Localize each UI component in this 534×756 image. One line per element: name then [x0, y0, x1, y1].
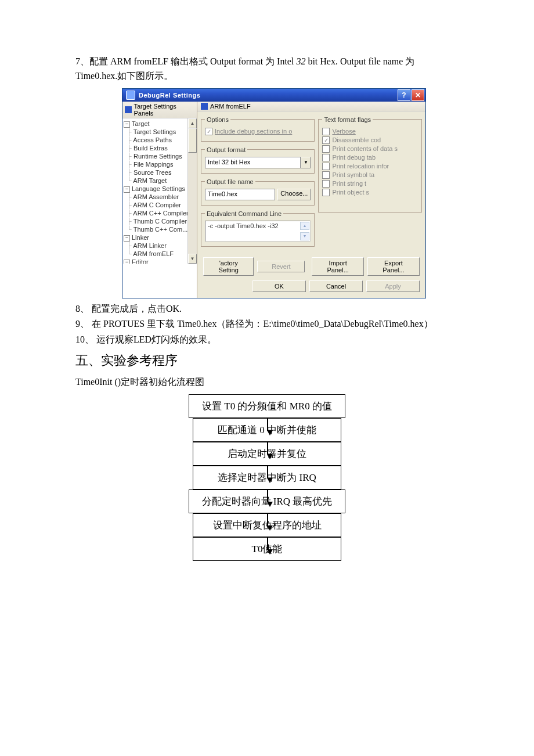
print-symbol-label: Print symbol ta — [332, 171, 374, 178]
checkbox-icon — [322, 154, 330, 161]
cancel-button[interactable]: Cancel — [309, 280, 363, 292]
panel-icon — [125, 106, 132, 113]
ok-button[interactable]: OK — [252, 280, 306, 292]
window-title: DebugRel Settings — [139, 92, 396, 99]
factory-settings-button[interactable]: 'actory Setting — [203, 257, 254, 276]
panels-header: Target Settings Panels — [122, 102, 197, 118]
tree-editor[interactable]: Editor — [132, 258, 149, 264]
tree-lang-settings[interactable]: Language Settings — [132, 185, 185, 192]
tree-arm-fromelf[interactable]: ARM fromELF — [133, 250, 174, 257]
options-legend: Options — [205, 116, 230, 123]
text: 7、配置 ARM fromELF 输出格式 Output format 为 In… — [75, 56, 296, 66]
verbose-label: Verbose — [332, 128, 355, 135]
equivalent-command-line-group: Equivalent Command Line -c -output Time0… — [201, 210, 315, 247]
options-group: Options ✓ Include debug sections in o — [201, 116, 315, 142]
disassemble-checkbox[interactable]: ✓Disassemble cod — [322, 136, 418, 144]
output-file-name-input[interactable]: Time0.hex — [205, 189, 275, 200]
scroll-down-button[interactable]: ▼ — [188, 254, 197, 264]
print-debug-checkbox[interactable]: Print debug tab — [322, 154, 418, 161]
print-object-label: Print object s — [332, 189, 369, 196]
tree-arm-target[interactable]: ARM Target — [133, 177, 167, 184]
equivalent-command-line-text[interactable]: -c -output Time0.hex -i32 ▴ ▾ — [205, 221, 311, 242]
settings-tree[interactable]: −Target ├ Target Settings ├ Access Paths… — [122, 118, 197, 264]
checkbox-icon — [322, 171, 330, 179]
section-5-heading: 五、实验参考程序 — [75, 352, 459, 369]
right-panel-title: ARM fromELF — [210, 103, 251, 110]
panels-header-label: Target Settings Panels — [134, 103, 195, 117]
tree-thumb-c-compiler[interactable]: Thumb C Compiler — [134, 218, 187, 225]
tree-linker[interactable]: Linker — [132, 234, 149, 241]
tree-arm-assembler[interactable]: ARM Assembler — [133, 193, 179, 200]
help-icon: ? — [402, 91, 406, 99]
checkbox-icon — [322, 180, 330, 188]
tree-arm-cpp-compiler[interactable]: ARM C++ Compiler — [133, 210, 188, 217]
apply-button[interactable]: Apply — [366, 280, 420, 292]
tree-scrollbar[interactable]: ▲ ▼ — [187, 118, 197, 264]
output-format-legend: Output format — [205, 146, 247, 153]
revert-button[interactable]: Revert — [257, 261, 305, 272]
choose-button[interactable]: Choose... — [277, 189, 311, 200]
right-panel-header: ARM fromELF — [197, 102, 425, 111]
help-button[interactable]: ? — [398, 89, 410, 101]
tree-target-settings[interactable]: Target Settings — [134, 128, 176, 135]
checkbox-checked-icon: ✓ — [205, 128, 212, 135]
paragraph-10: 10、 运行观察LED灯闪烁的效果。 — [75, 333, 459, 347]
text-format-flags-legend: Text format flags — [322, 116, 373, 123]
verbose-checkbox[interactable]: Verbose — [322, 128, 418, 135]
chevron-down-icon: ▼ — [301, 157, 311, 168]
checkbox-icon — [322, 189, 330, 196]
paragraph-8: 8、 配置完成后，点击OK. — [75, 302, 459, 316]
text-format-flags-group: Text format flags Verbose ✓Disassemble c… — [318, 116, 422, 213]
tree-target[interactable]: Target — [132, 120, 150, 127]
tree-build-extras[interactable]: Build Extras — [134, 145, 168, 152]
print-contents-label: Print contents of data s — [332, 145, 398, 152]
paragraph-7: 7、配置 ARM fromELF 输出格式 Output format 为 In… — [75, 55, 459, 84]
output-file-name-group: Output file name Time0.hex Choose... — [201, 178, 315, 206]
scroll-up-icon[interactable]: ▴ — [300, 222, 309, 230]
checkbox-icon — [322, 145, 330, 153]
equivalent-command-line-value: -c -output Time0.hex -i32 — [208, 222, 279, 229]
debugrel-settings-window: DebugRel Settings ? ✕ Target Settings Pa… — [122, 88, 426, 298]
output-format-value: Intel 32 bit Hex — [205, 157, 301, 168]
titlebar[interactable]: DebugRel Settings ? ✕ — [122, 89, 425, 102]
include-debug-checkbox[interactable]: ✓ Include debug sections in o — [205, 128, 311, 135]
close-button[interactable]: ✕ — [412, 89, 424, 101]
include-debug-label: Include debug sections in o — [215, 128, 292, 135]
output-file-name-legend: Output file name — [205, 178, 255, 185]
print-debug-label: Print debug tab — [332, 154, 376, 161]
checkbox-icon — [322, 163, 330, 170]
scroll-down-icon[interactable]: ▾ — [300, 232, 309, 240]
flow-step-1: 设置 T0 的分频值和 MR0 的值 — [189, 394, 345, 418]
scroll-thumb[interactable] — [188, 128, 197, 153]
export-panel-button[interactable]: Export Panel... — [367, 257, 420, 276]
paragraph-9: 9、 在 PROTUES 里下载 Time0.hex（路径为：E:\time0\… — [75, 317, 459, 332]
tree-access-paths[interactable]: Access Paths — [133, 136, 172, 143]
scroll-up-button[interactable]: ▲ — [188, 118, 197, 128]
disassemble-label: Disassemble cod — [332, 136, 381, 143]
print-contents-checkbox[interactable]: Print contents of data s — [322, 145, 418, 153]
tree-thumb-cpp-com[interactable]: Thumb C++ Com... — [134, 226, 188, 233]
print-object-checkbox[interactable]: Print object s — [322, 189, 418, 196]
app-icon — [126, 91, 135, 100]
tree-source-trees[interactable]: Source Trees — [134, 169, 171, 176]
text-italic: 32 — [296, 56, 305, 66]
equivalent-command-line-legend: Equivalent Command Line — [205, 210, 283, 217]
print-string-checkbox[interactable]: Print string t — [322, 180, 418, 188]
tree-file-mappings[interactable]: File Mappings — [134, 161, 173, 168]
tree-arm-c-compiler[interactable]: ARM C Compiler — [133, 201, 181, 208]
flowchart-title: Time0Init ()定时器初始化流程图 — [75, 375, 459, 390]
checkbox-icon — [322, 128, 330, 135]
tree-runtime-settings[interactable]: Runtime Settings — [134, 153, 182, 160]
import-panel-button[interactable]: Import Panel... — [312, 257, 364, 276]
tree-arm-linker[interactable]: ARM Linker — [133, 242, 166, 249]
flowchart: 设置 T0 的分频值和 MR0 的值 匹配通道 0 中断并使能 启动定时器并复位… — [75, 394, 459, 561]
checkbox-checked-icon: ✓ — [322, 136, 330, 144]
output-format-select[interactable]: Intel 32 bit Hex ▼ — [205, 157, 311, 168]
print-reloc-label: Print relocation infor — [332, 163, 389, 170]
panel-icon — [201, 103, 208, 110]
output-format-group: Output format Intel 32 bit Hex ▼ — [201, 146, 315, 174]
print-reloc-checkbox[interactable]: Print relocation infor — [322, 163, 418, 170]
close-icon: ✕ — [415, 91, 421, 99]
print-symbol-checkbox[interactable]: Print symbol ta — [322, 171, 418, 179]
print-string-label: Print string t — [332, 180, 366, 187]
